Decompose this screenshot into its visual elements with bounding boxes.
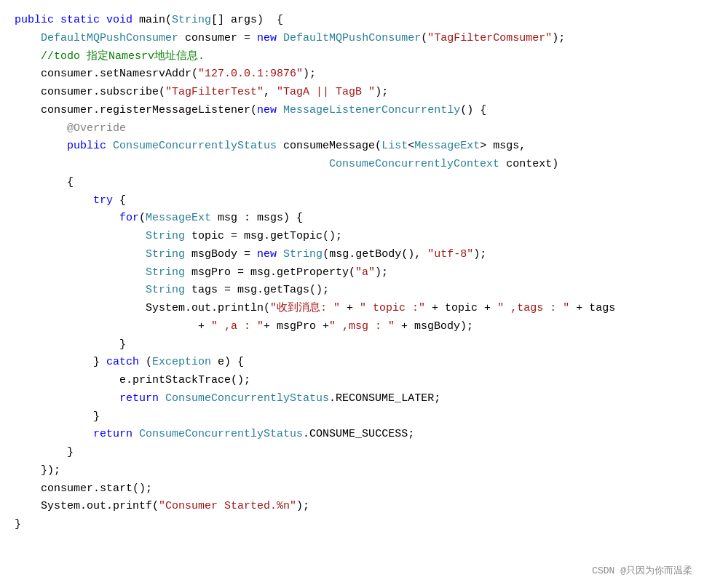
code-line-12: for(MessageExt msg : msgs) { (15, 210, 689, 228)
code-line-27: consumer.start(); (15, 480, 689, 498)
code-line-16: String tags = msg.getTags(); (15, 282, 689, 300)
code-line-4: consumer.setNamesrvAddr("127.0.0.1:9876"… (15, 65, 689, 84)
code-line-10: { (15, 174, 689, 192)
code-line-6: consumer.registerMessageListener(new Mes… (15, 102, 689, 120)
code-line-9: ConsumeConcurrentlyContext context) (15, 156, 689, 174)
code-line-17: System.out.println("收到消息: " + " topic :"… (15, 300, 689, 318)
code-line-5: consumer.subscribe("TagFilterTest", "Tag… (15, 84, 689, 102)
code-line-19: } (15, 336, 689, 354)
code-line-23: } (15, 408, 689, 426)
code-line-24: return ConsumeConcurrentlyStatus.CONSUME… (15, 426, 689, 444)
code-line-20: } catch (Exception e) { (15, 354, 689, 372)
code-line-13: String topic = msg.getTopic(); (15, 228, 689, 246)
code-line-14: String msgBody = new String(msg.getBody(… (15, 246, 689, 264)
code-line-28: System.out.printf("Consumer Started.%n")… (15, 498, 689, 516)
code-line-21: e.printStackTrace(); (15, 372, 689, 390)
code-line-25: } (15, 444, 689, 462)
code-line-18: + " ,a : "+ msgPro +" ,msg : " + msgBody… (15, 318, 689, 336)
code-line-29: } (15, 516, 689, 534)
watermark-text: CSDN @只因为你而温柔 (592, 564, 692, 579)
code-line-15: String msgPro = msg.getProperty("a"); (15, 264, 689, 282)
code-line-7: @Override (15, 120, 689, 138)
code-line-8: public ConsumeConcurrentlyStatus consume… (15, 138, 689, 156)
code-line-26: }); (15, 462, 689, 480)
code-block: public static void main(String[] args) {… (0, 0, 704, 588)
code-line-11: try { (15, 192, 689, 210)
code-line-2: DefaultMQPushConsumer consumer = new Def… (15, 30, 689, 48)
code-line-1: public static void main(String[] args) { (15, 12, 689, 30)
code-line-3: //todo 指定Namesrv地址信息. (15, 48, 689, 66)
code-line-22: return ConsumeConcurrentlyStatus.RECONSU… (15, 390, 689, 408)
